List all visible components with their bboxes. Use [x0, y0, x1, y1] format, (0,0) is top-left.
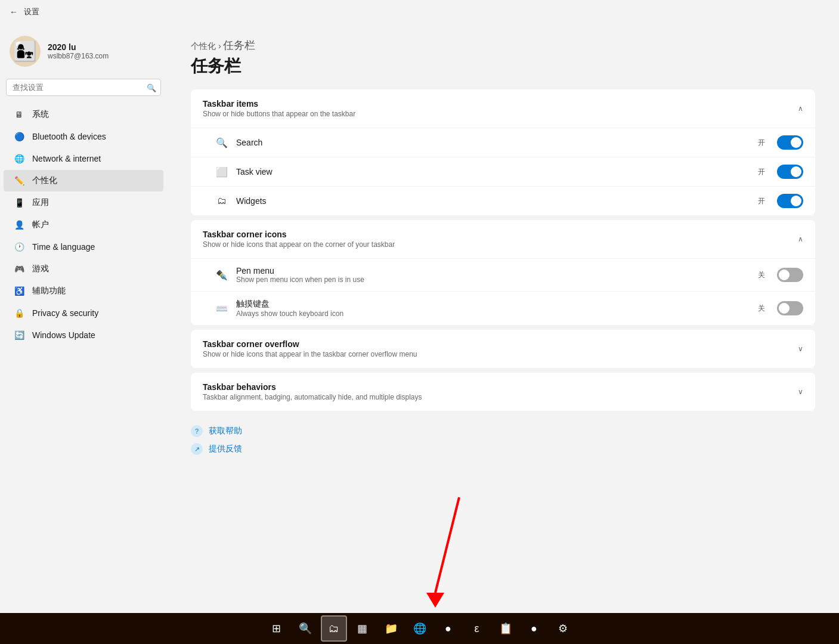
- page-title: 任务栏: [191, 55, 815, 78]
- help-link-get-help[interactable]: ? 获取帮助: [191, 425, 815, 437]
- taskbar-icon-settings[interactable]: ⚙: [550, 615, 576, 642]
- personalization-icon: ✏️: [13, 175, 25, 187]
- card-taskbar-corner-icons: Taskbar corner icons Show or hide icons …: [191, 220, 815, 325]
- feedback-label: 提供反馈: [209, 444, 242, 454]
- taskbar-icon-edge[interactable]: ε: [464, 615, 490, 642]
- breadcrumb: 个性化 › 任务栏: [191, 38, 815, 52]
- user-email: wslbb87@163.com: [48, 52, 109, 60]
- help-link-feedback[interactable]: ↗ 提供反馈: [191, 443, 815, 455]
- avatar: 👩‍👧: [10, 36, 41, 67]
- sidebar-label-system: 系统: [32, 109, 49, 120]
- card-subtitle-taskbar-items: Show or hide buttons that appear on the …: [203, 110, 355, 118]
- sidebar-item-privacy[interactable]: 🔒 Privacy & security: [4, 302, 163, 324]
- card-taskbar-items: Taskbar items Show or hide buttons that …: [191, 89, 815, 215]
- sidebar-label-accessibility: 辅助功能: [32, 286, 66, 296]
- touch-keyboard-status: 关: [758, 304, 765, 314]
- widgets-label: Widgets: [236, 196, 751, 206]
- folder-symbol: 📁: [385, 622, 398, 635]
- taskbar-icon-chrome[interactable]: ●: [435, 615, 462, 642]
- card-header-taskbar-corner-icons[interactable]: Taskbar corner icons Show or hide icons …: [191, 220, 815, 258]
- back-button[interactable]: ←: [10, 7, 18, 17]
- taskbar-icon-search[interactable]: 🔍: [292, 615, 318, 642]
- pen-menu-label: Pen menu: [236, 266, 751, 275]
- update-icon: 🔄: [13, 329, 25, 341]
- card-header-taskbar-behaviors[interactable]: Taskbar behaviors Taskbar alignment, bad…: [191, 373, 815, 411]
- setting-row-search: 🔍 Search 开: [191, 128, 815, 157]
- accessibility-icon: ♿: [13, 285, 25, 297]
- content-area: 个性化 › 任务栏 任务栏 Taskbar items Show or hide…: [167, 24, 839, 613]
- user-name: 2020 lu: [48, 42, 109, 52]
- search-symbol: 🔍: [299, 622, 312, 635]
- setting-row-widgets: 🗂 Widgets 开: [191, 186, 815, 215]
- sidebar-label-bluetooth: Bluetooth & devices: [32, 132, 106, 141]
- search-label: Search: [236, 138, 751, 147]
- taskview-icon: ⬜: [215, 165, 229, 179]
- card-chevron-taskbar-corner-icons: ∧: [798, 235, 803, 243]
- chrome-symbol: ●: [445, 623, 451, 635]
- card-subtitle-taskbar-behaviors: Taskbar alignment, badging, automaticall…: [203, 393, 422, 401]
- pen-menu-sublabel: Show pen menu icon when pen is in use: [236, 275, 751, 284]
- sidebar-item-accessibility[interactable]: ♿ 辅助功能: [4, 280, 163, 302]
- privacy-icon: 🔒: [13, 307, 25, 319]
- taskbar-icon-browser1[interactable]: 🌐: [407, 615, 433, 642]
- card-chevron-taskbar-items: ∧: [798, 104, 803, 113]
- bluetooth-icon: 🔵: [13, 131, 25, 143]
- sidebar: 👩‍👧 2020 lu wslbb87@163.com 🔍 🖥 系统 🔵 Blu…: [0, 24, 167, 613]
- setting-row-taskview: ⬜ Task view 开: [191, 157, 815, 186]
- widgets-icon: 🗂: [215, 194, 229, 208]
- widgets-toggle-thumb: [791, 196, 801, 206]
- taskbar: ⊞🔍🗂▦📁🌐●ε📋●⚙: [0, 613, 839, 644]
- taskbar-icon-app2[interactable]: ●: [521, 615, 547, 642]
- sidebar-label-accounts: 帐户: [32, 219, 49, 230]
- pen-menu-status: 关: [758, 270, 765, 280]
- card-header-taskbar-items[interactable]: Taskbar items Show or hide buttons that …: [191, 89, 815, 128]
- taskbar-icon-start[interactable]: ⊞: [264, 615, 290, 642]
- taskbar-icon-widgets[interactable]: ▦: [349, 615, 376, 642]
- widgets-symbol: ▦: [357, 622, 367, 635]
- app1-symbol: 📋: [499, 622, 512, 635]
- feedback-icon: ↗: [191, 443, 203, 455]
- sidebar-item-update[interactable]: 🔄 Windows Update: [4, 324, 163, 346]
- user-info: 2020 lu wslbb87@163.com: [48, 42, 109, 60]
- touch-keyboard-toggle[interactable]: [777, 301, 803, 315]
- widgets-toggle[interactable]: [777, 194, 803, 208]
- sidebar-item-system[interactable]: 🖥 系统: [4, 104, 163, 125]
- help-section: ? 获取帮助 ↗ 提供反馈: [191, 425, 815, 455]
- window-title: 设置: [24, 7, 39, 17]
- settings-symbol: ⚙: [558, 622, 568, 635]
- search-status: 开: [758, 138, 765, 148]
- card-subtitle-taskbar-corner-overflow: Show or hide icons that appear in the ta…: [203, 350, 417, 358]
- taskbar-icon-files[interactable]: 🗂: [321, 615, 347, 642]
- search-box[interactable]: 🔍: [6, 79, 161, 96]
- card-subtitle-taskbar-corner-icons: Show or hide icons that appear on the co…: [203, 240, 395, 249]
- sidebar-item-bluetooth[interactable]: 🔵 Bluetooth & devices: [4, 126, 163, 147]
- sidebar-label-time: Time & language: [32, 242, 95, 252]
- system-icon: 🖥: [13, 109, 25, 120]
- card-title-taskbar-behaviors: Taskbar behaviors: [203, 382, 422, 392]
- sidebar-item-time[interactable]: 🕐 Time & language: [4, 236, 163, 258]
- card-title-taskbar-corner-overflow: Taskbar corner overflow: [203, 339, 417, 349]
- user-profile[interactable]: 👩‍👧 2020 lu wslbb87@163.com: [0, 29, 167, 79]
- search-toggle[interactable]: [777, 135, 803, 150]
- card-header-taskbar-corner-overflow[interactable]: Taskbar corner overflow Show or hide ico…: [191, 330, 815, 368]
- setting-row-touch-keyboard: ⌨️ 触摸键盘 Always show touch keyboard icon …: [191, 291, 815, 325]
- search-input[interactable]: [6, 79, 161, 96]
- taskbar-icon-app1[interactable]: 📋: [493, 615, 519, 642]
- edge-symbol: ε: [474, 623, 479, 635]
- sidebar-item-network[interactable]: 🌐 Network & internet: [4, 148, 163, 169]
- sidebar-label-personalization: 个性化: [32, 175, 57, 186]
- get-help-icon: ?: [191, 425, 203, 437]
- app2-symbol: ●: [531, 623, 537, 635]
- taskview-toggle-thumb: [791, 166, 801, 177]
- sidebar-item-apps[interactable]: 📱 应用: [4, 192, 163, 213]
- pen-menu-toggle[interactable]: [777, 268, 803, 282]
- pen-menu-toggle-thumb: [779, 270, 790, 280]
- network-icon: 🌐: [13, 153, 25, 165]
- taskbar-icons: ⊞🔍🗂▦📁🌐●ε📋●⚙: [264, 615, 576, 642]
- taskbar-icon-folder[interactable]: 📁: [378, 615, 404, 642]
- touch-keyboard-toggle-thumb: [779, 303, 790, 314]
- sidebar-item-accounts[interactable]: 👤 帐户: [4, 214, 163, 236]
- taskview-toggle[interactable]: [777, 165, 803, 179]
- sidebar-item-personalization[interactable]: ✏️ 个性化: [4, 170, 163, 191]
- sidebar-item-gaming[interactable]: 🎮 游戏: [4, 258, 163, 280]
